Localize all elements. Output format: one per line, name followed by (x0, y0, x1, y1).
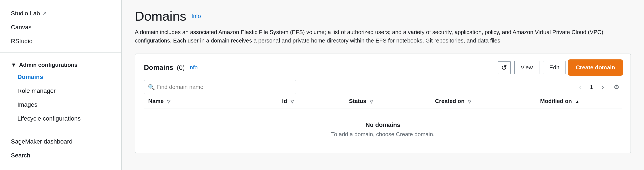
col-header-modified-on[interactable]: Modified on ▲ (536, 94, 622, 108)
empty-title: No domains (144, 121, 622, 128)
pagination-next-button[interactable]: › (598, 82, 608, 92)
sidebar-item-sagemaker-dashboard[interactable]: SageMaker dashboard (0, 135, 121, 149)
sidebar-item-rstudio[interactable]: RStudio (0, 34, 121, 48)
name-sort-icon: ▽ (167, 99, 170, 104)
sidebar-item-label: SageMaker dashboard (11, 138, 72, 145)
sidebar-item-domains[interactable]: Domains (0, 70, 121, 84)
page-description: A domain includes an associated Amazon E… (135, 28, 631, 45)
table-title-group: Domains (0) Info (144, 64, 198, 72)
status-sort-icon: ▽ (370, 99, 373, 104)
table-title: Domains (144, 64, 173, 72)
table-header-row: Name ▽ Id ▽ Status ▽ Created on ▽ (144, 94, 622, 108)
sidebar-divider-1 (0, 53, 121, 53)
sidebar-item-images[interactable]: Images (0, 98, 121, 112)
table-count: (0) (177, 64, 185, 71)
pagination-controls: ‹ 1 › ⚙ (575, 82, 622, 92)
sidebar-item-label: Domains (18, 74, 43, 81)
search-input[interactable] (144, 80, 296, 94)
sidebar-item-label: Lifecycle configurations (18, 115, 81, 122)
sidebar-item-label: RStudio (11, 38, 32, 45)
pagination-prev-button[interactable]: ‹ (575, 82, 586, 92)
sidebar-divider-2 (0, 130, 121, 130)
empty-state: No domains To add a domain, choose Creat… (144, 108, 622, 146)
table-settings-button[interactable]: ⚙ (611, 82, 622, 92)
page-title: Domains (135, 9, 186, 24)
col-header-status[interactable]: Status ▽ (344, 94, 431, 108)
edit-button[interactable]: Edit (543, 61, 566, 74)
empty-state-row: No domains To add a domain, choose Creat… (144, 108, 622, 146)
sidebar-item-label: Search (11, 152, 30, 159)
domains-table: Name ▽ Id ▽ Status ▽ Created on ▽ (144, 94, 622, 146)
col-header-name[interactable]: Name ▽ (144, 94, 278, 108)
sidebar-item-label: Role manager (18, 87, 56, 94)
search-icon: 🔍 (148, 84, 155, 90)
sidebar-item-role-manager[interactable]: Role manager (0, 84, 121, 98)
id-sort-icon: ▽ (290, 99, 294, 104)
sidebar-item-label: Images (18, 101, 38, 108)
col-header-created-on[interactable]: Created on ▽ (431, 94, 536, 108)
sidebar-item-studio-lab[interactable]: Studio Lab ↗ (0, 6, 121, 20)
sidebar-item-lifecycle-config[interactable]: Lifecycle configurations (0, 112, 121, 126)
sidebar-item-search[interactable]: Search (0, 149, 121, 163)
page-title-row: Domains Info (135, 9, 631, 24)
domains-table-card: Domains (0) Info ↺ View Edit Create doma… (135, 54, 631, 153)
page-info-link[interactable]: Info (192, 13, 201, 19)
sidebar: Studio Lab ↗ Canvas RStudio ▼ Admin conf… (0, 0, 122, 170)
empty-subtitle: To add a domain, choose Create domain. (144, 131, 622, 138)
section-label: Admin configurations (19, 62, 78, 68)
chevron-down-icon: ▼ (11, 62, 16, 68)
table-info-link[interactable]: Info (188, 64, 198, 71)
pagination-current: 1 (588, 84, 595, 90)
table-actions: ↺ View Edit Create domain (498, 61, 622, 75)
table-header-bar: Domains (0) Info ↺ View Edit Create doma… (144, 61, 622, 75)
created-sort-icon: ▽ (468, 99, 471, 104)
col-header-id[interactable]: Id ▽ (278, 94, 344, 108)
sidebar-item-label: Studio Lab (11, 10, 40, 17)
main-content: Domains Info A domain includes an associ… (122, 0, 644, 170)
sidebar-item-label: Canvas (11, 24, 32, 31)
refresh-button[interactable]: ↺ (498, 61, 511, 74)
view-button[interactable]: View (514, 61, 540, 74)
modified-sort-icon: ▲ (575, 99, 580, 104)
search-container: 🔍 (144, 80, 296, 94)
sidebar-item-canvas[interactable]: Canvas (0, 20, 121, 34)
create-domain-button[interactable]: Create domain (569, 61, 622, 75)
external-link-icon: ↗ (42, 11, 46, 16)
sidebar-section-admin-config[interactable]: ▼ Admin configurations (0, 57, 121, 70)
search-pagination-row: 🔍 ‹ 1 › ⚙ (144, 80, 622, 94)
